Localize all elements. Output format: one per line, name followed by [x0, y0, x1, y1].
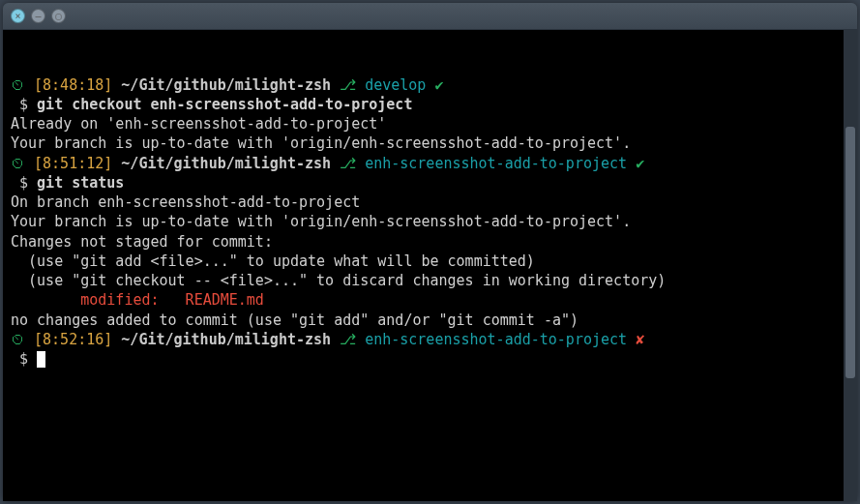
scrollbar[interactable] — [844, 30, 857, 501]
prompt-path: ~/Git/github/milight-zsh — [121, 331, 331, 348]
branch-icon: ⎇ — [340, 155, 365, 172]
output-line: Changes not staged for commit: — [11, 232, 849, 252]
terminal-content: ⏲ [8:48:18] ~/Git/github/milight-zsh ⎇ d… — [11, 75, 849, 370]
prompt-line: ⏲ [8:51:12] ~/Git/github/milight-zsh ⎇ e… — [11, 154, 849, 173]
prompt-branch: enh-screensshot-add-to-project — [365, 155, 627, 172]
output-line: Your branch is up-to-date with 'origin/e… — [11, 212, 849, 231]
command-line[interactable]: $ git status — [11, 173, 849, 193]
prompt-status-icon: ✔ — [434, 76, 443, 94]
prompt-line: ⏲ [8:52:16] ~/Git/github/milight-zsh ⎇ e… — [11, 330, 849, 349]
terminal-window: × – ▢ ⏲ [8:48:18] ~/Git/github/milight-z… — [3, 3, 857, 501]
prompt-dollar: $ — [11, 350, 37, 368]
output-line: On branch enh-screensshot-add-to-project — [11, 193, 849, 212]
clock-icon: ⏲ — [11, 155, 34, 172]
terminal-body[interactable]: ⏲ [8:48:18] ~/Git/github/milight-zsh ⎇ d… — [3, 30, 857, 501]
branch-icon: ⎇ — [340, 331, 365, 348]
prompt-branch: enh-screensshot-add-to-project — [365, 331, 627, 348]
close-icon[interactable]: × — [11, 9, 25, 23]
prompt-time: [8:51:12] — [34, 155, 112, 172]
prompt-path: ~/Git/github/milight-zsh — [121, 76, 331, 94]
prompt-status-icon: ✔ — [636, 155, 644, 172]
output-line: (use "git checkout -- <file>..." to disc… — [11, 271, 849, 290]
command-text: git status — [37, 174, 124, 192]
maximize-icon[interactable]: ▢ — [51, 9, 66, 23]
branch-icon: ⎇ — [340, 76, 365, 94]
clock-icon: ⏲ — [11, 331, 34, 348]
command-line[interactable]: $ — [11, 349, 849, 369]
prompt-status-icon: ✘ — [636, 331, 644, 348]
prompt-line: ⏲ [8:48:18] ~/Git/github/milight-zsh ⎇ d… — [11, 75, 849, 95]
prompt-time: [8:48:18] — [34, 76, 112, 94]
output-line: no changes added to commit (use "git add… — [11, 311, 849, 330]
cursor — [37, 351, 45, 368]
prompt-time: [8:52:16] — [34, 331, 112, 348]
prompt-dollar: $ — [11, 174, 37, 192]
command-line[interactable]: $ git checkout enh-screensshot-add-to-pr… — [11, 95, 849, 114]
titlebar[interactable]: × – ▢ — [3, 3, 857, 30]
output-line: (use "git add <file>..." to update what … — [11, 252, 849, 271]
output-line: Already on 'enh-screensshot-add-to-proje… — [11, 114, 849, 133]
output-line: Your branch is up-to-date with 'origin/e… — [11, 133, 849, 153]
clock-icon: ⏲ — [11, 76, 34, 94]
minimize-icon[interactable]: – — [31, 9, 45, 23]
scrollbar-thumb[interactable] — [845, 127, 855, 378]
prompt-branch: develop — [365, 76, 426, 94]
prompt-dollar: $ — [11, 96, 37, 113]
prompt-path: ~/Git/github/milight-zsh — [121, 155, 331, 172]
output-line: modified: README.md — [11, 290, 849, 310]
command-text: git checkout enh-screensshot-add-to-proj… — [37, 96, 412, 113]
